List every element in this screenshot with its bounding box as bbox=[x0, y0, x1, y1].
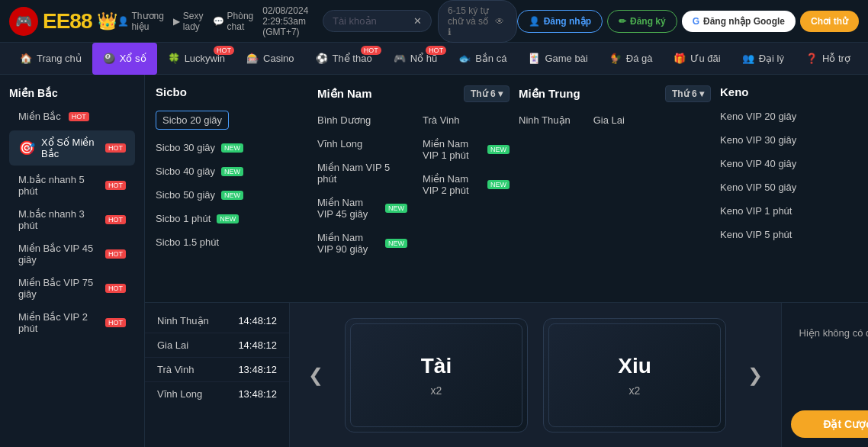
bottom-row-0: Ninh Thuận 14:48:12 bbox=[145, 309, 289, 333]
new-badge-mn4: NEW bbox=[487, 180, 510, 189]
nohu-badge: HOT bbox=[426, 46, 446, 55]
nav-game-bai[interactable]: 🃏 Game bài bbox=[517, 43, 598, 75]
nav-casino[interactable]: 🎰 Casino bbox=[236, 43, 304, 75]
register-button[interactable]: ✏ Đăng ký bbox=[607, 10, 677, 33]
play-free-button[interactable]: Chơi thử bbox=[800, 11, 859, 32]
nav-the-thao[interactable]: ⚽ Thể thao HOT bbox=[305, 43, 383, 75]
mien-nam-thu-select[interactable]: Thứ 6 ▾ bbox=[464, 85, 510, 102]
nav-da-ga[interactable]: 🐓 Đá gà bbox=[599, 43, 664, 75]
xiu-card[interactable]: Xiu x2 bbox=[543, 318, 726, 433]
header: 🎮 EE88 👑 👤 Thương hiệu ▶ Sexy lady 💬 Phò… bbox=[0, 0, 868, 43]
mn-vip-5p-item[interactable]: Miền Nam VIP 5 phút bbox=[317, 157, 407, 189]
no-bets-text: Hiện không có đặt cược bbox=[799, 327, 868, 339]
new-badge-mn1: NEW bbox=[385, 204, 407, 213]
keno-vip-40[interactable]: Keno VIP 40 giây bbox=[720, 153, 857, 174]
header-info: 👤 Thương hiệu ▶ Sexy lady 💬 Phòng chat 0… bbox=[117, 5, 323, 37]
nav-no-hu[interactable]: 🎮 Nổ hũ HOT bbox=[383, 43, 448, 75]
sicbo-column: Sicbo Sicbo 20 giây Sicbo 30 giây NEW Si… bbox=[156, 85, 308, 259]
sidebar-item-mien-bac-5p[interactable]: M.bắc nhanh 5 phút HOT bbox=[9, 169, 135, 202]
nav-luckywin[interactable]: 🍀 Luckywin HOT bbox=[157, 43, 236, 75]
nav-trang-chu[interactable]: 🏠 Trang chủ bbox=[9, 43, 92, 75]
bottom-row-3: Vĩnh Long 13:48:12 bbox=[145, 382, 289, 406]
vinh-long-item[interactable]: Vĩnh Long bbox=[317, 133, 407, 154]
bet-button[interactable]: Đặt Cược 0 bbox=[791, 410, 868, 438]
nav-ho-tro[interactable]: ❓ Hỗ trợ bbox=[795, 43, 861, 75]
keno-vip-5p[interactable]: Keno VIP 5 phút bbox=[720, 224, 857, 245]
prev-arrow-button[interactable]: ❮ bbox=[302, 359, 330, 392]
google-icon: G bbox=[693, 16, 699, 27]
chat-icon: 💬 bbox=[213, 16, 224, 27]
keno-vip-50[interactable]: Keno VIP 50 giây bbox=[720, 177, 857, 198]
nav-xo-so[interactable]: 🎱 Xổ số bbox=[92, 43, 157, 75]
sicbo-item-30[interactable]: Sicbo 30 giây NEW bbox=[156, 137, 308, 158]
mien-trung-header: Miền Trung Thứ 6 ▾ bbox=[519, 85, 711, 102]
mien-trung-column: Miền Trung Thứ 6 ▾ Ninh Thuận Gia Lai bbox=[519, 85, 711, 259]
account-input[interactable] bbox=[333, 15, 409, 27]
sicbo-item-40[interactable]: Sicbo 40 giây NEW bbox=[156, 161, 308, 182]
google-login-button[interactable]: G Đăng nhập Google bbox=[682, 11, 796, 32]
sidebar-item-xo-so-mien-bac[interactable]: 🎯 Xổ Số Miền Bắc HOT bbox=[9, 130, 135, 166]
keno-vip-30[interactable]: Keno VIP 30 giây bbox=[720, 130, 857, 150]
sidebar-title: Miền Bắc bbox=[9, 87, 135, 99]
nav-dai-ly[interactable]: 👥 Đại lý bbox=[731, 43, 795, 75]
nav: 🏠 Trang chủ 🎱 Xổ số 🍀 Luckywin HOT 🎰 Cas… bbox=[0, 43, 868, 75]
eye-icon[interactable]: 👁 bbox=[495, 16, 504, 27]
tra-vinh-item[interactable]: Trà Vinh bbox=[423, 110, 510, 130]
binh-duong-item[interactable]: Bình Dương bbox=[317, 110, 407, 130]
xoso-icon: 🎱 bbox=[103, 53, 115, 64]
next-arrow-button[interactable]: ❯ bbox=[741, 359, 769, 392]
sidebar-item-vip-2p[interactable]: Miền Bắc VIP 2 phút HOT bbox=[9, 306, 135, 339]
nav-ban-ca[interactable]: 🐟 Bắn cá bbox=[448, 43, 517, 75]
header-center: ✕ 6-15 ký tự chữ và số 👁 ℹ bbox=[323, 0, 517, 43]
thuong-hieu-link[interactable]: 👤 Thương hiệu bbox=[117, 11, 164, 32]
bottom-results: Ninh Thuận 14:48:12 Gia Lai 14:48:12 Trà… bbox=[145, 303, 290, 447]
sidebar-item-mien-bac[interactable]: Miền Bắc HOT bbox=[9, 105, 135, 127]
keno-vip-20[interactable]: Keno VIP 20 giây bbox=[720, 106, 857, 127]
hot-badge-3: HOT bbox=[105, 215, 126, 224]
sicbo-item-50[interactable]: Sicbo 50 giây NEW bbox=[156, 185, 308, 205]
sports-badge: HOT bbox=[361, 46, 381, 55]
nohu-icon: 🎮 bbox=[394, 53, 406, 64]
main-layout: Miền Bắc Miền Bắc HOT 🎯 Xổ Số Miền Bắc H… bbox=[0, 75, 868, 447]
new-badge-3: NEW bbox=[221, 191, 243, 200]
sicbo-item-20[interactable]: Sicbo 20 giây bbox=[156, 106, 308, 134]
nav-uu-dai[interactable]: 🎁 Ưu đãi bbox=[663, 43, 731, 75]
bottom-game: ❮ Tài x2 Xiu x2 ❯ bbox=[290, 303, 781, 447]
ninh-thuan-item[interactable]: Ninh Thuận bbox=[519, 110, 571, 130]
sidebar: Miền Bắc Miền Bắc HOT 🎯 Xổ Số Miền Bắc H… bbox=[0, 75, 145, 447]
xoso-special-icon: 🎯 bbox=[18, 140, 35, 156]
sicbo-item-15p[interactable]: Sicbo 1.5 phút bbox=[156, 232, 308, 252]
sidebar-item-mien-bac-3p[interactable]: M.bắc nhanh 3 phút HOT bbox=[9, 203, 135, 236]
tai-card[interactable]: Tài x2 bbox=[345, 318, 528, 433]
gia-lai-item[interactable]: Gia Lai bbox=[593, 110, 625, 130]
logo-icon: 🎮 bbox=[9, 7, 38, 36]
mn-vip-1p-item[interactable]: Miền Nam VIP 1 phút NEW bbox=[423, 133, 510, 166]
mien-trung-thu-select[interactable]: Thứ 6 ▾ bbox=[665, 85, 711, 102]
sidebar-item-vip-75[interactable]: Miền Bắc VIP 75 giây HOT bbox=[9, 272, 135, 305]
agent-icon: 👥 bbox=[742, 53, 754, 64]
keno-column: Keno Keno VIP 20 giây Keno VIP 30 giây K… bbox=[720, 85, 857, 259]
mien-nam-right: Trà Vinh Miền Nam VIP 1 phút NEW Miền Na… bbox=[423, 110, 510, 259]
mn-vip-2p-item[interactable]: Miền Nam VIP 2 phút NEW bbox=[423, 169, 510, 201]
bottom-bet-area: Hiện không có đặt cược Đặt Cược 0 bbox=[781, 303, 868, 447]
info-icon[interactable]: ℹ bbox=[448, 27, 452, 37]
bottom-row-1: Gia Lai 14:48:12 bbox=[145, 333, 289, 358]
hot-badge-2: HOT bbox=[105, 181, 126, 190]
sicbo-item-1p[interactable]: Sicbo 1 phút NEW bbox=[156, 208, 308, 229]
mn-vip-90-item[interactable]: Miền Nam VIP 90 giây NEW bbox=[317, 227, 407, 259]
clear-icon[interactable]: ✕ bbox=[413, 15, 422, 27]
mn-vip-45-item[interactable]: Miền Nam VIP 45 giây NEW bbox=[317, 192, 407, 224]
hot-badge-4: HOT bbox=[105, 249, 126, 259]
new-badge-mn3: NEW bbox=[487, 145, 510, 154]
sexy-lady-link[interactable]: ▶ Sexy lady bbox=[173, 11, 204, 32]
sidebar-item-vip-45[interactable]: Miền Bắc VIP 45 giây HOT bbox=[9, 237, 135, 271]
keno-header: Keno bbox=[720, 85, 857, 98]
keno-vip-1p[interactable]: Keno VIP 1 phút bbox=[720, 201, 857, 221]
sports-icon: ⚽ bbox=[316, 53, 328, 64]
mien-trung-items: Ninh Thuận Gia Lai bbox=[519, 110, 711, 130]
login-button[interactable]: 👤 Đăng nhập bbox=[517, 10, 603, 33]
hot-badge-5: HOT bbox=[105, 284, 126, 293]
search-box[interactable]: ✕ bbox=[323, 10, 432, 32]
phong-chat-link[interactable]: 💬 Phòng chat bbox=[213, 11, 254, 32]
sidebar-section: Miền Bắc Miền Bắc HOT 🎯 Xổ Số Miền Bắc H… bbox=[0, 82, 144, 345]
